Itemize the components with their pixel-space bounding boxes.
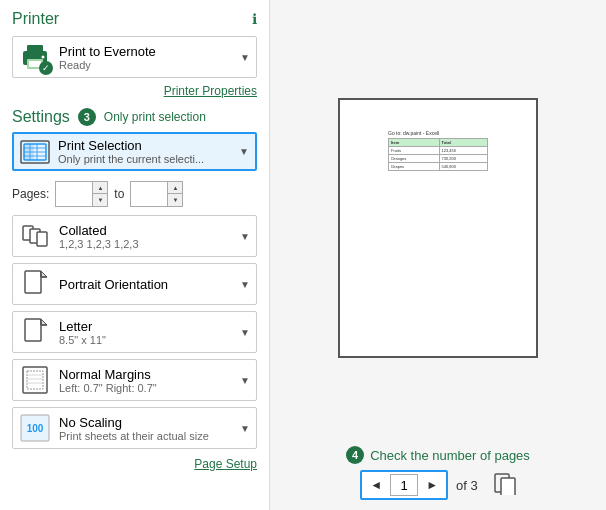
scaling-arrow[interactable]: ▼ [240, 423, 250, 434]
preview-area: Go to: dw.paint - Excell Item Total Frui… [280, 10, 596, 446]
orientation-info: Portrait Orientation [59, 277, 240, 292]
page-navigation-box: ◄ ► [360, 470, 448, 500]
printer-title-text: Printer [12, 10, 59, 28]
scaling-info: No Scaling Print sheets at their actual … [59, 415, 240, 442]
left-panel: Printer ℹ ✓ Print to Evernote Ready ▼ Pr… [0, 0, 270, 510]
orientation-icon [19, 268, 51, 300]
printer-name: Print to Evernote [59, 44, 240, 59]
collated-setting[interactable]: Collated 1,2,3 1,2,3 1,2,3 ▼ [12, 215, 257, 257]
svg-marker-21 [41, 319, 47, 325]
collated-name: Collated [59, 223, 240, 238]
prev-page-button[interactable]: ◄ [366, 476, 386, 494]
margins-setting[interactable]: Normal Margins Left: 0.7" Right: 0.7" ▼ [12, 359, 257, 401]
page-layout-icon[interactable] [494, 473, 516, 498]
print-selection-title: Print Selection [58, 138, 239, 153]
mini-row-1-col-2: 123,456 [439, 147, 487, 155]
page-preview: Go to: dw.paint - Excell Item Total Frui… [338, 98, 538, 358]
page-number-input[interactable] [390, 474, 418, 496]
mini-table: Item Total Fruits 123,456 Oranges 730,20… [388, 138, 488, 171]
check-pages-text: Check the number of pages [370, 448, 530, 463]
svg-rect-32 [501, 478, 515, 495]
mini-header-item: Item [389, 139, 440, 147]
svg-point-4 [42, 56, 45, 59]
mini-row-2-col-2: 730,200 [439, 155, 487, 163]
mini-row-2-col-1: Oranges [389, 155, 440, 163]
page-setup-link[interactable]: Page Setup [12, 457, 257, 471]
scaling-setting[interactable]: 100 No Scaling Print sheets at their act… [12, 407, 257, 449]
print-selection-dropdown[interactable]: Print Selection Only print the current s… [12, 132, 257, 171]
pages-to-up[interactable]: ▲ [168, 182, 182, 194]
mini-row-3-col-2: 540,800 [439, 163, 487, 171]
margins-arrow[interactable]: ▼ [240, 375, 250, 386]
pages-to-label: to [114, 187, 124, 201]
collated-icon [19, 220, 51, 252]
mini-spreadsheet-preview: Go to: dw.paint - Excell Item Total Frui… [388, 130, 488, 171]
svg-rect-1 [27, 45, 43, 53]
collated-detail: 1,2,3 1,2,3 1,2,3 [59, 238, 240, 250]
print-selection-info: Print Selection Only print the current s… [58, 138, 239, 165]
pages-from-container: ▲ ▼ [55, 181, 108, 207]
pages-row: Pages: ▲ ▼ to ▲ ▼ [12, 179, 257, 209]
of-pages-label: of 3 [456, 478, 478, 493]
svg-rect-25 [27, 371, 43, 389]
print-selection-arrow[interactable]: ▼ [239, 146, 249, 157]
pages-from-up[interactable]: ▲ [93, 182, 107, 194]
printer-icon: ✓ [19, 41, 51, 73]
print-selection-icon [20, 140, 50, 164]
mini-title: Go to: dw.paint - Excell [388, 130, 488, 136]
pages-to-down[interactable]: ▼ [168, 194, 182, 206]
margins-icon [19, 364, 51, 396]
paper-name: Letter [59, 319, 240, 334]
svg-marker-17 [41, 271, 47, 277]
printer-selector[interactable]: ✓ Print to Evernote Ready ▼ [12, 36, 257, 78]
printer-section-title: Printer ℹ [12, 10, 257, 28]
mini-header-total: Total [439, 139, 487, 147]
pages-from-down[interactable]: ▼ [93, 194, 107, 206]
paper-icon [19, 316, 51, 348]
pages-to-container: ▲ ▼ [130, 181, 183, 207]
check-pages-row: 4 Check the number of pages [346, 446, 530, 464]
paper-info: Letter 8.5" x 11" [59, 319, 240, 346]
navigation-row: ◄ ► of 3 [360, 470, 515, 500]
svg-rect-15 [37, 232, 47, 246]
paper-setting[interactable]: Letter 8.5" x 11" ▼ [12, 311, 257, 353]
scaling-name: No Scaling [59, 415, 240, 430]
paper-detail: 8.5" x 11" [59, 334, 240, 346]
next-page-button[interactable]: ► [422, 476, 442, 494]
printer-ready-badge: ✓ [39, 61, 53, 75]
svg-rect-16 [25, 271, 41, 293]
pages-label: Pages: [12, 187, 49, 201]
scaling-detail: Print sheets at their actual size [59, 430, 240, 442]
mini-row-3-col-1: Grapes [389, 163, 440, 171]
margins-name: Normal Margins [59, 367, 240, 382]
orientation-setting[interactable]: Portrait Orientation ▼ [12, 263, 257, 305]
scaling-icon: 100 [19, 412, 51, 444]
print-selection-desc: Only print the current selecti... [58, 153, 239, 165]
pages-to-input[interactable] [131, 182, 167, 206]
orientation-arrow[interactable]: ▼ [240, 279, 250, 290]
printer-dropdown-arrow[interactable]: ▼ [240, 52, 250, 63]
mini-row-1-col-1: Fruits [389, 147, 440, 155]
printer-status: Ready [59, 59, 240, 71]
printer-info: Print to Evernote Ready [59, 44, 240, 71]
margins-info: Normal Margins Left: 0.7" Right: 0.7" [59, 367, 240, 394]
check-pages-badge: 4 [346, 446, 364, 464]
bottom-controls: 4 Check the number of pages ◄ ► of 3 [280, 446, 596, 500]
orientation-name: Portrait Orientation [59, 277, 240, 292]
collated-arrow[interactable]: ▼ [240, 231, 250, 242]
info-icon[interactable]: ℹ [252, 11, 257, 27]
svg-rect-20 [25, 319, 41, 341]
settings-badge: 3 [78, 108, 96, 126]
pages-from-input[interactable] [56, 182, 92, 206]
printer-properties-link[interactable]: Printer Properties [12, 84, 257, 98]
settings-title: Settings [12, 108, 70, 126]
collated-info: Collated 1,2,3 1,2,3 1,2,3 [59, 223, 240, 250]
settings-header: Settings 3 Only print selection [12, 108, 257, 126]
right-panel: Go to: dw.paint - Excell Item Total Frui… [270, 0, 606, 510]
margins-detail: Left: 0.7" Right: 0.7" [59, 382, 240, 394]
paper-arrow[interactable]: ▼ [240, 327, 250, 338]
only-print-selection-label: Only print selection [104, 110, 206, 124]
svg-text:100: 100 [27, 423, 44, 434]
